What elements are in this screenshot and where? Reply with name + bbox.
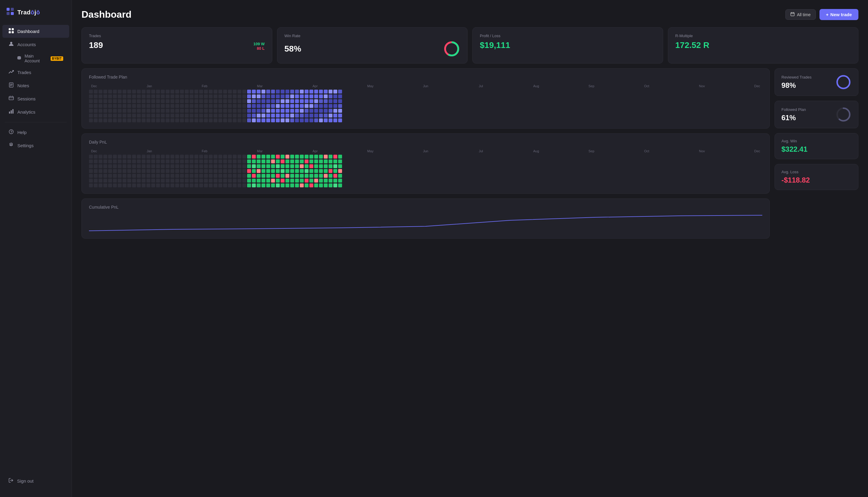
heatmap-cell[interactable] bbox=[285, 109, 289, 113]
heatmap-cell[interactable] bbox=[151, 159, 155, 164]
heatmap-cell[interactable] bbox=[103, 183, 107, 187]
heatmap-cell[interactable] bbox=[242, 99, 246, 103]
heatmap-cell[interactable] bbox=[146, 155, 150, 159]
heatmap-cell[interactable] bbox=[300, 183, 304, 187]
heatmap-cell[interactable] bbox=[132, 118, 136, 122]
heatmap-cell[interactable] bbox=[257, 183, 261, 187]
heatmap-cell[interactable] bbox=[99, 155, 102, 159]
heatmap-cell[interactable] bbox=[161, 114, 165, 117]
heatmap-cell[interactable] bbox=[252, 164, 256, 168]
heatmap-cell[interactable] bbox=[94, 109, 98, 113]
heatmap-cell[interactable] bbox=[180, 159, 184, 164]
heatmap-cell[interactable] bbox=[122, 95, 127, 98]
heatmap-cell[interactable] bbox=[118, 109, 122, 113]
heatmap-cell[interactable] bbox=[271, 109, 275, 113]
heatmap-cell[interactable] bbox=[262, 179, 265, 183]
heatmap-cell[interactable] bbox=[171, 179, 174, 183]
heatmap-cell[interactable] bbox=[108, 90, 112, 94]
heatmap-cell[interactable] bbox=[142, 90, 146, 94]
heatmap-cell[interactable] bbox=[118, 179, 122, 183]
heatmap-cell[interactable] bbox=[242, 159, 246, 164]
heatmap-cell[interactable] bbox=[305, 90, 309, 94]
heatmap-cell[interactable] bbox=[171, 90, 174, 94]
heatmap-cell[interactable] bbox=[271, 118, 275, 122]
heatmap-cell[interactable] bbox=[118, 118, 122, 122]
heatmap-cell[interactable] bbox=[171, 169, 174, 173]
heatmap-cell[interactable] bbox=[271, 90, 275, 94]
heatmap-cell[interactable] bbox=[89, 169, 93, 173]
heatmap-cell[interactable] bbox=[99, 104, 102, 108]
heatmap-cell[interactable] bbox=[171, 174, 174, 178]
heatmap-cell[interactable] bbox=[228, 159, 232, 164]
heatmap-cell[interactable] bbox=[214, 179, 218, 183]
heatmap-cell[interactable] bbox=[209, 174, 213, 178]
heatmap-cell[interactable] bbox=[156, 155, 160, 159]
heatmap-cell[interactable] bbox=[89, 114, 93, 117]
heatmap-cell[interactable] bbox=[237, 164, 241, 168]
heatmap-cell[interactable] bbox=[214, 95, 218, 98]
heatmap-cell[interactable] bbox=[185, 183, 189, 187]
heatmap-cell[interactable] bbox=[175, 95, 179, 98]
heatmap-cell[interactable] bbox=[142, 109, 146, 113]
heatmap-cell[interactable] bbox=[257, 164, 261, 168]
heatmap-cell[interactable] bbox=[204, 95, 208, 98]
heatmap-cell[interactable] bbox=[324, 114, 328, 117]
heatmap-cell[interactable] bbox=[314, 118, 318, 122]
heatmap-cell[interactable] bbox=[156, 159, 160, 164]
heatmap-cell[interactable] bbox=[242, 174, 246, 178]
heatmap-cell[interactable] bbox=[309, 109, 313, 113]
heatmap-cell[interactable] bbox=[262, 114, 265, 117]
heatmap-cell[interactable] bbox=[137, 99, 141, 103]
heatmap-cell[interactable] bbox=[108, 99, 112, 103]
heatmap-cell[interactable] bbox=[237, 159, 241, 164]
heatmap-cell[interactable] bbox=[223, 174, 227, 178]
heatmap-cell[interactable] bbox=[237, 90, 241, 94]
heatmap-cell[interactable] bbox=[247, 114, 251, 117]
heatmap-cell[interactable] bbox=[276, 99, 280, 103]
heatmap-cell[interactable] bbox=[151, 174, 155, 178]
heatmap-cell[interactable] bbox=[99, 114, 102, 117]
heatmap-cell[interactable] bbox=[199, 179, 203, 183]
heatmap-cell[interactable] bbox=[338, 99, 342, 103]
heatmap-cell[interactable] bbox=[132, 174, 136, 178]
heatmap-cell[interactable] bbox=[290, 109, 294, 113]
heatmap-cell[interactable] bbox=[228, 109, 232, 113]
heatmap-cell[interactable] bbox=[118, 99, 122, 103]
heatmap-cell[interactable] bbox=[242, 109, 246, 113]
heatmap-cell[interactable] bbox=[137, 183, 141, 187]
heatmap-cell[interactable] bbox=[333, 174, 337, 178]
heatmap-cell[interactable] bbox=[146, 183, 150, 187]
heatmap-cell[interactable] bbox=[194, 164, 198, 168]
heatmap-cell[interactable] bbox=[252, 95, 256, 98]
heatmap-cell[interactable] bbox=[271, 104, 275, 108]
heatmap-cell[interactable] bbox=[99, 174, 102, 178]
heatmap-cell[interactable] bbox=[242, 183, 246, 187]
heatmap-cell[interactable] bbox=[122, 174, 127, 178]
heatmap-cell[interactable] bbox=[137, 104, 141, 108]
heatmap-cell[interactable] bbox=[257, 174, 261, 178]
heatmap-cell[interactable] bbox=[281, 114, 284, 117]
heatmap-cell[interactable] bbox=[252, 179, 256, 183]
heatmap-cell[interactable] bbox=[252, 159, 256, 164]
sign-out-button[interactable]: Sign out bbox=[2, 474, 69, 487]
heatmap-cell[interactable] bbox=[300, 155, 304, 159]
heatmap-cell[interactable] bbox=[99, 179, 102, 183]
heatmap-cell[interactable] bbox=[108, 95, 112, 98]
heatmap-cell[interactable] bbox=[89, 95, 93, 98]
heatmap-cell[interactable] bbox=[185, 179, 189, 183]
heatmap-cell[interactable] bbox=[194, 104, 198, 108]
heatmap-cell[interactable] bbox=[290, 104, 294, 108]
heatmap-cell[interactable] bbox=[190, 179, 193, 183]
heatmap-cell[interactable] bbox=[161, 174, 165, 178]
heatmap-cell[interactable] bbox=[290, 179, 294, 183]
heatmap-cell[interactable] bbox=[161, 159, 165, 164]
heatmap-cell[interactable] bbox=[295, 104, 299, 108]
heatmap-cell[interactable] bbox=[228, 114, 232, 117]
heatmap-cell[interactable] bbox=[276, 179, 280, 183]
heatmap-cell[interactable] bbox=[132, 104, 136, 108]
heatmap-cell[interactable] bbox=[338, 169, 342, 173]
heatmap-cell[interactable] bbox=[319, 114, 323, 117]
heatmap-cell[interactable] bbox=[333, 183, 337, 187]
heatmap-cell[interactable] bbox=[281, 174, 284, 178]
heatmap-cell[interactable] bbox=[223, 114, 227, 117]
